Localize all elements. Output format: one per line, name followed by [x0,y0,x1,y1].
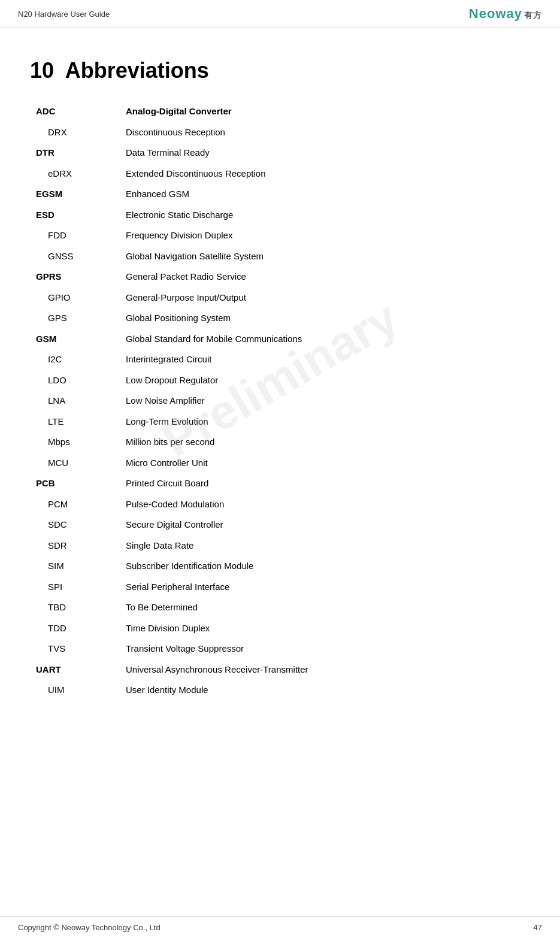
abbr-term: GSM [30,329,102,350]
table-row: SDCSecure Digital Controller [30,515,530,535]
abbr-definition: Frequency Division Duplex [102,225,530,246]
abbr-term: MCU [30,453,102,474]
abbr-definition: Serial Peripheral Interface [102,577,530,598]
table-row: eDRXExtended Discontinuous Reception [30,164,530,184]
abbr-definition: Universal Asynchronous Receiver-Transmit… [102,659,530,680]
abbr-term: SDR [30,535,102,556]
abbr-term: LDO [30,370,102,391]
table-row: GNSSGlobal Navigation Satellite System [30,246,530,267]
abbr-term: FDD [30,225,102,246]
abbr-definition: Electronic Static Discharge [102,205,530,226]
abbr-term: GPIO [30,288,102,308]
table-row: ADCAnalog-Digital Converter [30,101,530,122]
abbr-term: PCB [30,473,102,494]
abbr-term: UART [30,659,102,680]
abbr-definition: User Identity Module [102,680,530,701]
abbr-definition: Enhanced GSM [102,184,530,205]
table-row: TDDTime Division Duplex [30,618,530,639]
page-header: N20 Hardware User Guide Neoway有方 [0,0,560,28]
abbr-term: DRX [30,122,102,143]
abbr-definition: To Be Determined [102,597,530,618]
footer-copyright: Copyright © Neoway Technology Co., Ltd [18,923,161,932]
table-row: GPRSGeneral Packet Radio Service [30,267,530,288]
table-row: MbpsMillion bits per second [30,432,530,453]
table-row: FDDFrequency Division Duplex [30,225,530,246]
abbr-definition: Subscriber Identification Module [102,556,530,577]
table-row: SDRSingle Data Rate [30,535,530,556]
table-row: PCBPrinted Circuit Board [30,473,530,494]
table-row: UIMUser Identity Module [30,680,530,701]
abbr-term: TBD [30,597,102,618]
abbr-term: LNA [30,391,102,411]
abbr-definition: Printed Circuit Board [102,473,530,494]
table-row: PCMPulse-Coded Modulation [30,494,530,515]
page-content: Preliminary 10 Abbreviations ADCAnalog-D… [0,28,560,737]
abbr-term: Mbps [30,432,102,453]
abbr-term: SDC [30,515,102,535]
table-row: MCUMicro Controller Unit [30,453,530,474]
abbreviations-table: ADCAnalog-Digital ConverterDRXDiscontinu… [30,101,530,701]
abbr-definition: Discontinuous Reception [102,122,530,143]
abbr-definition: Single Data Rate [102,535,530,556]
abbr-term: TVS [30,639,102,659]
abbr-definition: Analog-Digital Converter [102,101,530,122]
abbr-definition: Secure Digital Controller [102,515,530,535]
abbr-term: GNSS [30,246,102,267]
abbr-definition: Low Dropout Regulator [102,370,530,391]
abbr-term: I2C [30,349,102,370]
logo-text: Neoway有方 [469,6,542,22]
abbr-term: GPS [30,308,102,329]
abbr-definition: Global Positioning System [102,308,530,329]
abbr-term: EGSM [30,184,102,205]
table-row: GSMGlobal Standard for Mobile Communicat… [30,329,530,350]
table-row: DTRData Terminal Ready [30,143,530,164]
abbr-definition: Global Navigation Satellite System [102,246,530,267]
abbr-definition: General-Purpose Input/Output [102,288,530,308]
footer-page-number: 47 [534,923,542,932]
logo-neoway: Neoway [469,6,522,21]
abbr-definition: Pulse-Coded Modulation [102,494,530,515]
abbr-term: SIM [30,556,102,577]
table-row: UARTUniversal Asynchronous Receiver-Tran… [30,659,530,680]
table-row: SPISerial Peripheral Interface [30,577,530,598]
abbr-term: eDRX [30,164,102,184]
table-row: GPSGlobal Positioning System [30,308,530,329]
table-row: LDOLow Dropout Regulator [30,370,530,391]
header-title: N20 Hardware User Guide [18,10,110,19]
table-row: ESDElectronic Static Discharge [30,205,530,226]
abbr-term: TDD [30,618,102,639]
abbr-definition: Million bits per second [102,432,530,453]
abbr-definition: Global Standard for Mobile Communication… [102,329,530,350]
table-row: I2CInterintegrated Circuit [30,349,530,370]
table-row: LNALow Noise Amplifier [30,391,530,411]
abbr-term: SPI [30,577,102,598]
abbr-term: GPRS [30,267,102,288]
logo-area: Neoway有方 [469,6,542,22]
abbr-definition: Time Division Duplex [102,618,530,639]
table-row: DRXDiscontinuous Reception [30,122,530,143]
chapter-title: 10 Abbreviations [30,58,530,83]
abbr-definition: Micro Controller Unit [102,453,530,474]
abbr-definition: Extended Discontinuous Reception [102,164,530,184]
abbr-definition: Interintegrated Circuit [102,349,530,370]
table-row: TBDTo Be Determined [30,597,530,618]
abbr-term: UIM [30,680,102,701]
table-row: SIMSubscriber Identification Module [30,556,530,577]
abbr-term: ESD [30,205,102,226]
table-row: TVSTransient Voltage Suppressor [30,639,530,659]
abbr-definition: Data Terminal Ready [102,143,530,164]
table-row: EGSMEnhanced GSM [30,184,530,205]
abbr-definition: Low Noise Amplifier [102,391,530,411]
table-row: GPIOGeneral-Purpose Input/Output [30,288,530,308]
abbr-definition: General Packet Radio Service [102,267,530,288]
abbr-term: PCM [30,494,102,515]
abbr-term: LTE [30,411,102,432]
table-row: LTELong-Term Evolution [30,411,530,432]
abbr-term: ADC [30,101,102,122]
abbr-definition: Long-Term Evolution [102,411,530,432]
abbr-term: DTR [30,143,102,164]
logo-chinese: 有方 [524,10,542,20]
page-footer: Copyright © Neoway Technology Co., Ltd 4… [0,916,560,938]
abbr-definition: Transient Voltage Suppressor [102,639,530,659]
